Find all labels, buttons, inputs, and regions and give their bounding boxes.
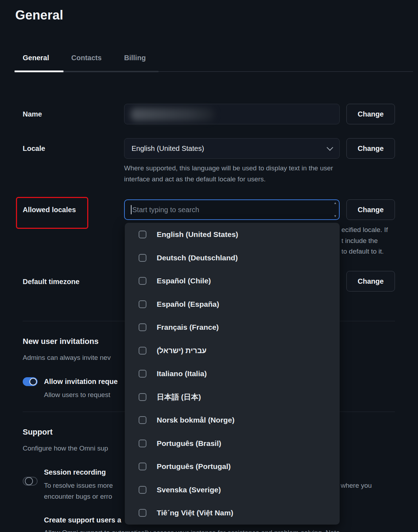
name-label: Name — [23, 110, 42, 118]
locale-description-line1: Where supported, this language will be u… — [124, 163, 333, 174]
checkbox-icon[interactable] — [139, 393, 146, 401]
dropdown-option-label: Svenska (Sverige) — [157, 486, 221, 494]
dropdown-option[interactable]: Français (France) — [125, 316, 340, 339]
active-tab-indicator — [15, 70, 63, 72]
page-title: General — [15, 8, 63, 23]
locale-dropdown-list: English (United States)Deutsch (Deutschl… — [125, 223, 340, 525]
allowed-locales-label: Allowed locales — [23, 206, 76, 214]
dropdown-option-label: Norsk bokmål (Norge) — [157, 416, 234, 424]
tab-general[interactable]: General — [23, 54, 49, 62]
checkbox-icon[interactable] — [139, 440, 146, 447]
allow-invitation-requests-label: Allow invitation reque — [44, 378, 118, 386]
create-support-users-label: Create support users a — [44, 516, 121, 524]
name-input[interactable] — [124, 104, 340, 124]
locale-label: Locale — [23, 145, 45, 153]
dropdown-option[interactable]: 日本語 (日本) — [125, 385, 340, 409]
name-value-redacted — [131, 108, 214, 121]
checkbox-icon[interactable] — [139, 486, 146, 494]
scroll-arrows-icon[interactable]: ▲ ▼ — [334, 202, 337, 218]
dropdown-option[interactable]: Español (Chile) — [125, 269, 340, 293]
tabs-underline — [63, 71, 158, 72]
toggle-knob — [25, 477, 33, 485]
dropdown-option[interactable]: English (United States) — [125, 223, 340, 246]
toggle-knob — [29, 378, 37, 385]
default-timezone-label: Default timezone — [23, 278, 79, 286]
session-recording-description-right: where you — [341, 480, 372, 491]
chevron-down-icon — [327, 144, 333, 151]
dropdown-option[interactable]: Deutsch (Deutschland) — [125, 246, 340, 270]
dropdown-option[interactable]: Español (España) — [125, 293, 340, 316]
dropdown-option[interactable]: Svenska (Sverige) — [125, 478, 340, 502]
allowed-description-fragment-3: to default to it. — [341, 246, 384, 257]
tab-contacts[interactable]: Contacts — [71, 54, 102, 62]
allowed-description-fragment-2: t include the — [341, 235, 378, 246]
checkbox-icon[interactable] — [139, 254, 146, 262]
locale-select[interactable]: English (United States) — [124, 138, 340, 159]
session-recording-label: Session recording — [44, 468, 106, 476]
checkbox-icon[interactable] — [139, 323, 146, 331]
dropdown-option-label: Deutsch (Deutschland) — [157, 254, 238, 262]
checkbox-icon[interactable] — [139, 509, 146, 517]
dropdown-option[interactable]: Tiê´ng Việt (Việt Nam) — [125, 501, 340, 525]
dropdown-option-label: עברית (ישראל) — [157, 346, 207, 355]
allow-invitation-requests-description: Allow users to request — [44, 389, 110, 400]
dropdown-option-label: Italiano (Italia) — [157, 369, 207, 378]
name-change-button[interactable]: Change — [346, 104, 395, 124]
tab-billing[interactable]: Billing — [124, 54, 146, 62]
checkbox-icon[interactable] — [139, 463, 146, 470]
scroll-up-icon[interactable]: ▲ — [334, 202, 337, 205]
dropdown-option-label: Português (Brasil) — [157, 439, 221, 448]
checkbox-icon[interactable] — [139, 370, 146, 378]
checkbox-icon[interactable] — [139, 347, 146, 355]
checkbox-icon[interactable] — [139, 277, 146, 285]
locale-select-value: English (United States) — [132, 145, 204, 153]
session-recording-toggle[interactable] — [23, 477, 38, 486]
allowed-locales-search-input[interactable] — [124, 199, 340, 220]
support-subtext: Configure how the Omni sup — [23, 443, 108, 454]
dropdown-option-label: Tiê´ng Việt (Việt Nam) — [157, 509, 233, 517]
allowed-locales-change-button[interactable]: Change — [346, 199, 395, 220]
allowed-description-fragment-1: ecified locale. If — [341, 224, 388, 235]
tabs-underline-extension — [158, 71, 413, 72]
scroll-down-icon[interactable]: ▼ — [334, 215, 337, 218]
session-recording-description-line2: encounter bugs or erro — [44, 491, 112, 502]
invitations-heading: New user invitations — [23, 337, 99, 346]
dropdown-option[interactable]: Português (Portugal) — [125, 455, 340, 478]
dropdown-option-label: Français (France) — [157, 323, 219, 332]
invitations-subtext: Admins can always invite nev — [23, 352, 111, 363]
checkbox-icon[interactable] — [139, 416, 146, 424]
dropdown-option[interactable]: Norsk bokmål (Norge) — [125, 408, 340, 432]
dropdown-option[interactable]: עברית (ישראל) — [125, 339, 340, 362]
dropdown-option[interactable]: Português (Brasil) — [125, 432, 340, 455]
dropdown-option-label: English (United States) — [157, 230, 238, 239]
checkbox-icon[interactable] — [139, 231, 146, 238]
support-heading: Support — [23, 428, 52, 437]
locale-change-button[interactable]: Change — [346, 138, 395, 159]
locale-description-line2: interface and act as the default locale … — [124, 174, 266, 185]
dropdown-option[interactable]: Italiano (Italia) — [125, 362, 340, 385]
dropdown-option-label: 日本語 (日本) — [157, 392, 201, 402]
dropdown-option-label: Español (España) — [157, 300, 219, 309]
session-recording-description-left: To resolve issues more — [44, 480, 113, 491]
checkbox-icon[interactable] — [139, 300, 146, 308]
allow-invitation-requests-toggle[interactable] — [23, 377, 38, 386]
dropdown-option-label: Español (Chile) — [157, 277, 211, 285]
settings-page: General General Contacts Billing Name Ch… — [0, 0, 418, 532]
default-timezone-change-button[interactable]: Change — [346, 271, 395, 292]
text-caret — [131, 205, 132, 214]
dropdown-option-label: Português (Portugal) — [157, 462, 231, 471]
create-support-users-description: Allow Omni support to automatically acce… — [44, 527, 340, 532]
